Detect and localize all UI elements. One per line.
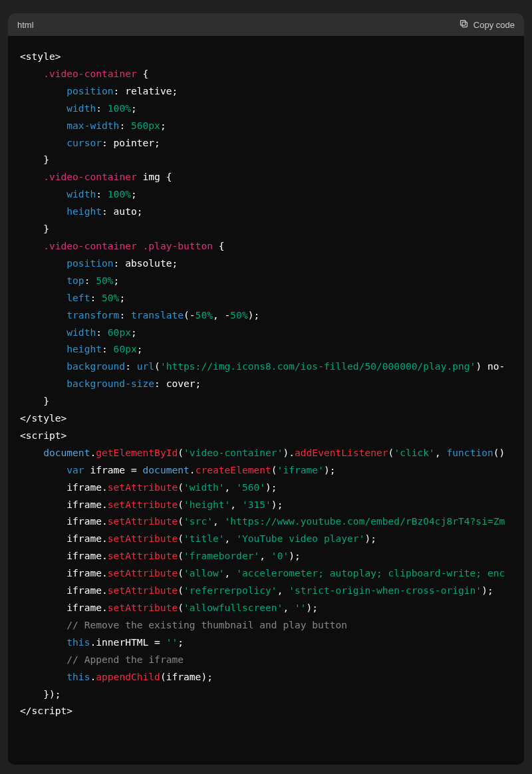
code-line: cursor: pointer; — [20, 134, 524, 152]
code-line: background: url('https://img.icons8.com/… — [20, 358, 524, 375]
code-line: iframe.setAttribute('allowfullscreen', '… — [20, 599, 524, 616]
code-line: </style> — [20, 410, 524, 427]
code-language: html — [17, 20, 34, 30]
code-line: width: 100%; — [20, 186, 524, 203]
code-line: .video-container img { — [20, 168, 524, 186]
code-line: this.innerHTML = ''; — [20, 634, 524, 651]
code-line: position: absolute; — [20, 255, 524, 272]
code-line: } — [20, 151, 524, 168]
code-line: max-width: 560px; — [20, 117, 524, 134]
code-line: iframe.setAttribute('frameborder', '0'); — [20, 547, 524, 565]
code-line: height: auto; — [20, 203, 524, 220]
code-line: this.appendChild(iframe); — [20, 668, 524, 686]
code-line: transform: translate(-50%, -50%); — [20, 307, 524, 324]
code-line: width: 100%; — [20, 100, 524, 117]
code-line: .video-container .play-button { — [20, 237, 524, 255]
code-line: iframe.setAttribute('title', 'YouTube vi… — [20, 530, 524, 547]
code-line: height: 60px; — [20, 340, 524, 358]
code-line: iframe.setAttribute('referrerpolicy', 's… — [20, 582, 524, 599]
code-line: } — [20, 392, 524, 410]
code-line: .video-container { — [20, 65, 524, 82]
code-line: document.getElementById('video-container… — [20, 444, 524, 461]
code-line: iframe.setAttribute('src', 'https://www.… — [20, 513, 524, 530]
copy-code-label: Copy code — [473, 20, 515, 30]
code-line: iframe.setAttribute('width', '560'); — [20, 479, 524, 496]
code-line: background-size: cover; — [20, 375, 524, 392]
code-line: left: 50%; — [20, 289, 524, 307]
code-line: iframe.setAttribute('allow', 'accelerome… — [20, 565, 524, 582]
code-line: }); — [20, 686, 524, 703]
clipboard-icon — [459, 19, 469, 31]
code-line: width: 60px; — [20, 324, 524, 341]
code-block: html Copy code <style> .video-container … — [8, 13, 524, 765]
code-line: </script> — [20, 702, 524, 719]
code-header: html Copy code — [8, 13, 524, 36]
svg-rect-1 — [460, 21, 466, 26]
code-line: } — [20, 220, 524, 237]
code-line: position: relative; — [20, 82, 524, 100]
code-line: // Remove the existing thumbnail and pla… — [20, 616, 524, 634]
code-line: iframe.setAttribute('height', '315'); — [20, 496, 524, 513]
code-body[interactable]: <style> .video-container { position: rel… — [8, 36, 524, 731]
svg-rect-0 — [462, 22, 467, 27]
code-line: top: 50%; — [20, 272, 524, 289]
code-line: <style> — [20, 48, 524, 65]
copy-code-button[interactable]: Copy code — [459, 19, 515, 31]
code-line: <script> — [20, 427, 524, 444]
code-line: // Append the iframe — [20, 651, 524, 668]
code-line: var iframe = document.createElement('ifr… — [20, 461, 524, 479]
